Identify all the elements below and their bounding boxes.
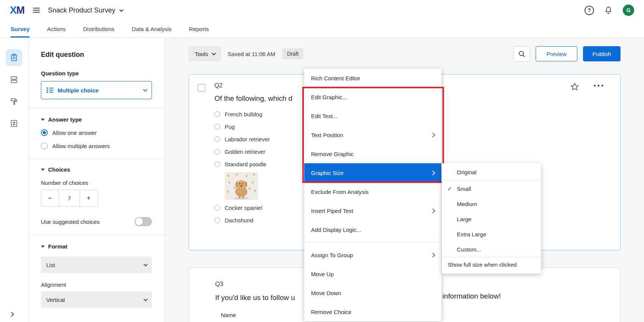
standard-poodle-photo[interactable]: xxxx xxxx xx (225, 172, 258, 200)
choice-radio[interactable] (214, 124, 220, 130)
survey-builder-icon[interactable] (6, 49, 22, 66)
choices-count-stepper: − 7 + (41, 190, 98, 206)
graphic-size-submenu: Original ✓Small Medium Large Extra Large… (442, 163, 541, 274)
question-type-select[interactable]: Multiple choice (41, 81, 152, 99)
svg-text:x: x (227, 174, 229, 177)
choices-count-value: 7 (59, 190, 80, 206)
hamburger-menu-icon[interactable] (32, 6, 41, 14)
menu-item-add-display-logic[interactable]: Add Display Logic... (304, 220, 441, 239)
suggested-choices-toggle[interactable] (134, 217, 152, 226)
tab-reports[interactable]: Reports (189, 20, 209, 38)
menu-item-assign-to-group[interactable]: Assign To Group (304, 245, 441, 264)
choice-option[interactable]: Standard poodle (214, 161, 292, 167)
choice-option[interactable]: French bulldog (214, 111, 292, 117)
svg-text:x: x (252, 181, 254, 184)
svg-text:x: x (253, 173, 255, 176)
choice-option[interactable]: Dachshund (214, 217, 292, 224)
tab-actions[interactable]: Actions (47, 20, 66, 38)
main-nav-tabs: Survey Actions Distributions Data & Anal… (0, 20, 644, 38)
submenu-item-custom[interactable]: Custom... (442, 242, 541, 257)
divider (28, 158, 164, 159)
tools-button[interactable]: Tools (189, 47, 221, 61)
choice-radio[interactable] (214, 217, 220, 223)
submenu-item-medium[interactable]: Medium (442, 196, 541, 211)
notifications-bell-icon[interactable] (604, 6, 613, 15)
alignment-select[interactable]: Vertical (41, 291, 152, 308)
overflow-menu-icon[interactable] (594, 84, 603, 87)
multiple-choice-icon (47, 87, 53, 93)
submenu-item-show-full-size[interactable]: Show full size when clicked (442, 257, 541, 273)
choice-radio[interactable] (214, 149, 220, 155)
caret-down-icon (41, 245, 45, 248)
context-menu: Rich Content Editor Edit Graphic... Edit… (304, 69, 441, 321)
choice-option[interactable]: Labrador retriever (214, 136, 292, 142)
chevron-down-icon (144, 297, 148, 301)
avatar[interactable]: G (623, 5, 634, 16)
submenu-item-original[interactable]: Original (442, 163, 541, 181)
paint-roller-icon[interactable] (6, 93, 22, 110)
draft-badge: Draft (282, 48, 303, 59)
menu-item-move-down[interactable]: Move Down (304, 283, 441, 302)
chevron-down-icon (143, 88, 147, 92)
annotated-menu-group: Edit Graphic... Edit Text... Text Positi… (304, 88, 441, 182)
canvas-toolbar: Tools Saved at 11:06 AM Draft Preview Pu… (189, 46, 621, 61)
choice-radio[interactable] (214, 111, 220, 117)
divider (28, 235, 164, 236)
menu-item-move-up[interactable]: Move Up (304, 264, 441, 283)
menu-item-insert-piped-text[interactable]: Insert Piped Text (304, 201, 441, 220)
chevron-down-icon (212, 51, 216, 55)
choice-radio[interactable] (214, 205, 220, 211)
expand-panel-chevron-icon[interactable] (10, 311, 13, 317)
submenu-item-large[interactable]: Large (442, 211, 541, 227)
format-section-header[interactable]: Format (41, 243, 152, 250)
submenu-item-extra-large[interactable]: Extra Large (442, 227, 541, 242)
choices-section-header[interactable]: Choices (41, 166, 152, 173)
choice-radio[interactable] (214, 161, 220, 167)
caret-down-icon (41, 119, 45, 121)
answer-option-one[interactable]: Allow one answer (41, 129, 152, 136)
radio-unselected[interactable] (41, 142, 48, 149)
decrement-button[interactable]: − (41, 190, 59, 206)
panel-title: Edit question (41, 51, 152, 59)
menu-item-rich-content-editor[interactable]: Rich Content Editor (304, 69, 441, 88)
menu-item-edit-text[interactable]: Edit Text... (304, 106, 441, 125)
question-checkbox[interactable] (198, 84, 205, 92)
publish-button[interactable]: Publish (583, 46, 621, 61)
menu-item-edit-graphic[interactable]: Edit Graphic... (304, 88, 441, 106)
menu-item-exclude-from-analysis[interactable]: Exclude From Analysis (304, 182, 441, 201)
question-text[interactable]: Of the following, which d (214, 94, 292, 103)
saved-status: Saved at 11:06 AM (228, 51, 275, 57)
blocks-icon[interactable] (6, 71, 22, 88)
submenu-item-small[interactable]: ✓Small (442, 181, 541, 196)
answer-type-section-header[interactable]: Answer type (41, 116, 152, 123)
alignment-label: Alignment (41, 281, 152, 288)
choice-option[interactable]: Pug (214, 123, 292, 130)
radio-selected[interactable] (41, 129, 48, 136)
preview-button[interactable]: Preview (536, 46, 577, 61)
choice-option[interactable]: Golden retriever (214, 148, 292, 155)
chevron-right-icon (430, 133, 435, 138)
choice-radio[interactable] (214, 136, 220, 142)
menu-item-remove-graphic[interactable]: Remove Graphic (304, 144, 441, 163)
star-icon[interactable] (570, 82, 579, 91)
tab-survey[interactable]: Survey (11, 20, 30, 38)
format-select[interactable]: List (41, 256, 152, 273)
chevron-down-icon (144, 262, 148, 266)
menu-item-remove-choice[interactable]: Remove Choice (304, 302, 441, 321)
xm-logo[interactable]: XM (10, 5, 25, 16)
svg-text:x: x (228, 181, 230, 184)
question-text-fragment: information below! (442, 292, 501, 300)
menu-item-text-position[interactable]: Text Position (304, 125, 441, 144)
question-id: Q2 (214, 82, 292, 89)
help-icon[interactable]: ? (585, 6, 594, 15)
answer-option-multiple[interactable]: Allow multiple answers (41, 142, 152, 149)
increment-button[interactable]: + (80, 190, 97, 206)
menu-item-graphic-size[interactable]: Graphic Size (304, 163, 441, 182)
choice-option[interactable]: Cocker spaniel (214, 205, 292, 211)
search-button[interactable] (513, 46, 530, 61)
survey-flow-icon[interactable] (6, 115, 22, 132)
survey-title-dropdown[interactable]: Snack Product Survey (48, 6, 122, 14)
tab-data-analysis[interactable]: Data & Analysis (132, 20, 172, 38)
tab-distributions[interactable]: Distributions (83, 20, 114, 38)
chevron-right-icon (430, 253, 435, 258)
